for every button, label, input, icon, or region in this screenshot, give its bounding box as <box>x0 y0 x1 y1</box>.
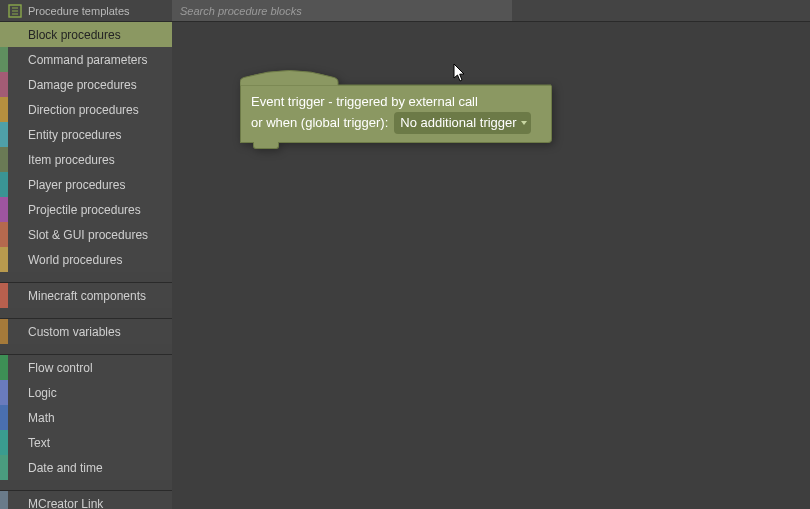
event-trigger-block[interactable]: Event trigger - triggered by external ca… <box>240 68 552 143</box>
category-color-stripe <box>0 405 8 430</box>
category-color-stripe <box>0 72 8 97</box>
sidebar-item-label: Projectile procedures <box>8 203 141 217</box>
category-color-stripe <box>0 97 8 122</box>
sidebar-item[interactable]: Player procedures <box>0 172 172 197</box>
sidebar-item[interactable]: Projectile procedures <box>0 197 172 222</box>
category-color-stripe <box>0 491 8 509</box>
sidebar-item-label: Item procedures <box>8 153 115 167</box>
sidebar-item[interactable]: Slot & GUI procedures <box>0 222 172 247</box>
blockly-canvas[interactable]: Event trigger - triggered by external ca… <box>172 22 810 509</box>
sidebar-item[interactable]: Math <box>0 405 172 430</box>
category-color-stripe <box>0 355 8 380</box>
sidebar-item-label: Text <box>8 436 50 450</box>
sidebar-item[interactable]: Entity procedures <box>0 122 172 147</box>
sidebar-item-label: Command parameters <box>8 53 147 67</box>
procedure-templates-label: Procedure templates <box>28 5 130 17</box>
block-hat <box>240 68 552 86</box>
category-color-stripe <box>0 319 8 344</box>
sidebar-item[interactable]: World procedures <box>0 247 172 272</box>
category-color-stripe <box>0 430 8 455</box>
category-sidebar: Block proceduresCommand parametersDamage… <box>0 22 172 509</box>
sidebar-item-label: Minecraft components <box>8 289 146 303</box>
category-color-stripe <box>0 222 8 247</box>
sidebar-item[interactable]: Minecraft components <box>0 283 172 308</box>
sidebar-item[interactable]: Custom variables <box>0 319 172 344</box>
category-color-stripe <box>0 47 8 72</box>
sidebar-item-label: Logic <box>8 386 57 400</box>
sidebar-item-label: Player procedures <box>8 178 125 192</box>
sidebar-item[interactable]: Item procedures <box>0 147 172 172</box>
category-color-stripe <box>0 122 8 147</box>
category-color-stripe <box>0 247 8 272</box>
sidebar-item[interactable]: Date and time <box>0 455 172 480</box>
sidebar-item-label: Date and time <box>8 461 103 475</box>
category-color-stripe <box>0 22 8 47</box>
category-color-stripe <box>0 147 8 172</box>
sidebar-item-label: Damage procedures <box>8 78 137 92</box>
sidebar-item-label: Block procedures <box>8 28 121 42</box>
template-icon <box>8 4 22 18</box>
sidebar-item[interactable]: Command parameters <box>0 47 172 72</box>
sidebar-item[interactable]: Direction procedures <box>0 97 172 122</box>
sidebar-item-label: World procedures <box>8 253 123 267</box>
sidebar-item-label: Flow control <box>8 361 93 375</box>
block-text-line1: Event trigger - triggered by external ca… <box>251 92 541 112</box>
sidebar-item[interactable]: Block procedures <box>0 22 172 47</box>
block-text-line2: or when (global trigger): <box>251 113 388 133</box>
category-color-stripe <box>0 172 8 197</box>
sidebar-item-label: Entity procedures <box>8 128 121 142</box>
trigger-dropdown-value: No additional trigger <box>400 113 516 133</box>
sidebar-item[interactable]: Damage procedures <box>0 72 172 97</box>
category-color-stripe <box>0 380 8 405</box>
category-color-stripe <box>0 197 8 222</box>
sidebar-item[interactable]: Text <box>0 430 172 455</box>
sidebar-item-label: MCreator Link <box>8 497 103 510</box>
sidebar-item-label: Custom variables <box>8 325 121 339</box>
sidebar-item[interactable]: Flow control <box>0 355 172 380</box>
procedure-templates-button[interactable]: Procedure templates <box>0 0 172 21</box>
sidebar-item[interactable]: Logic <box>0 380 172 405</box>
sidebar-item-label: Direction procedures <box>8 103 139 117</box>
block-connector-notch <box>253 142 279 149</box>
sidebar-item-label: Math <box>8 411 55 425</box>
trigger-dropdown[interactable]: No additional trigger <box>394 112 530 134</box>
category-color-stripe <box>0 283 8 308</box>
category-color-stripe <box>0 455 8 480</box>
sidebar-item[interactable]: MCreator Link <box>0 491 172 509</box>
sidebar-item-label: Slot & GUI procedures <box>8 228 148 242</box>
search-input[interactable] <box>172 0 512 21</box>
